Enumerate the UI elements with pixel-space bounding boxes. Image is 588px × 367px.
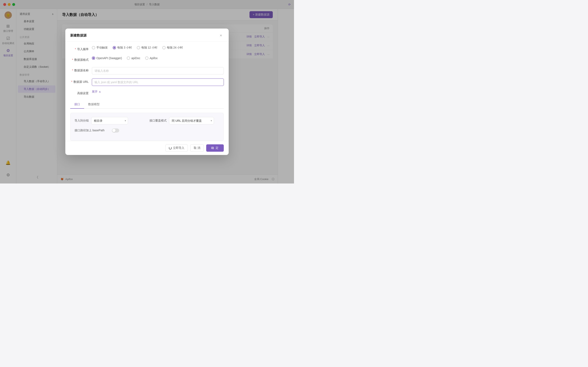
form-row-url: * 数据源 URL: [70, 78, 224, 86]
advanced-toggle-label: 展开: [92, 90, 98, 94]
freq-3h-radio[interactable]: [113, 46, 116, 49]
freq-3h[interactable]: 每隔 3 小时: [113, 46, 132, 50]
format-control: OpenAPI (Swagger) apiDoc Apifox: [92, 57, 224, 60]
freq-24h[interactable]: 每隔 24 小时: [162, 46, 183, 50]
base-path-toggle[interactable]: [112, 128, 119, 133]
data-name-input[interactable]: [92, 67, 224, 75]
form-row-format: * 数据源格式 OpenAPI (Swagger) apiDoc: [70, 57, 224, 63]
frequency-control: 手动触发 每隔 3 小时 每隔 12 小时 每隔 24 小时: [92, 46, 224, 50]
modal: 新建数据源 × * 导入频率 手动触发: [65, 29, 229, 155]
fmt-apifox-label: Apifox: [150, 57, 158, 60]
confirm-button[interactable]: 确 定: [206, 144, 224, 152]
url-control: [92, 78, 224, 86]
import-group-select-wrapper: 根目录: [91, 117, 128, 124]
cover-mode-label: 接口覆盖模式: [149, 119, 167, 123]
format-label: * 数据源格式: [70, 57, 89, 63]
format-required-star: *: [72, 58, 73, 61]
name-control: [92, 67, 224, 75]
tab-content-interface: 导入到分组 根目录 接口覆盖模式 同 URL 且同分组才覆盖: [70, 113, 224, 141]
import-now-label: 立即导入: [173, 146, 184, 150]
form-row-name: * 数据源名称: [70, 67, 224, 75]
url-label: * 数据源 URL: [70, 78, 89, 85]
freq-manual-label: 手动触发: [96, 46, 108, 50]
import-group-field: 导入到分组 根目录: [75, 117, 145, 124]
fmt-apifox-radio[interactable]: [145, 57, 148, 60]
form-row-frequency: * 导入频率 手动触发 每隔 3 小时: [70, 46, 224, 52]
freq-24h-label: 每隔 24 小时: [167, 46, 183, 50]
url-required-star: *: [71, 80, 72, 83]
freq-3h-label: 每隔 3 小时: [117, 46, 132, 50]
modal-footer: 立即导入 取 消 确 定: [65, 141, 229, 155]
cancel-button[interactable]: 取 消: [190, 144, 204, 152]
fmt-swagger-label: OpenAPI (Swagger): [96, 57, 122, 60]
frequency-radio-group: 手动触发 每隔 3 小时 每隔 12 小时 每隔 24 小时: [92, 46, 183, 50]
advanced-label: 高级设置: [70, 90, 89, 96]
cover-mode-field: 接口覆盖模式 同 URL 且同分组才覆盖: [149, 117, 219, 124]
freq-12h-label: 每隔 12 小时: [141, 46, 157, 50]
refresh-icon: [169, 147, 172, 150]
freq-12h[interactable]: 每隔 12 小时: [137, 46, 157, 50]
format-radio-group: OpenAPI (Swagger) apiDoc Apifox: [92, 57, 158, 60]
form-row-advanced: 高级设置 展开 ∧: [70, 90, 224, 96]
fmt-swagger-radio[interactable]: [92, 57, 95, 60]
modal-tabs: 接口 数据模型: [70, 100, 224, 109]
cover-mode-select-wrapper: 同 URL 且同分组才覆盖: [169, 117, 214, 124]
name-required-star: *: [72, 69, 73, 72]
frequency-required-star: *: [75, 48, 76, 51]
tab-content-row-1: 导入到分组 根目录 接口覆盖模式 同 URL 且同分组才覆盖: [75, 117, 219, 124]
fmt-apidoc-label: apiDoc: [131, 57, 140, 60]
fmt-apidoc-radio[interactable]: [127, 57, 130, 60]
freq-manual-radio[interactable]: [92, 46, 95, 49]
modal-close-button[interactable]: ×: [218, 33, 224, 38]
fmt-apidoc[interactable]: apiDoc: [127, 57, 140, 60]
freq-manual[interactable]: 手动触发: [92, 46, 108, 50]
modal-header: 新建数据源 ×: [65, 29, 229, 42]
tab-content-row-2: 接口路径加上 basePath: [75, 128, 219, 133]
tab-interface[interactable]: 接口: [70, 100, 84, 109]
import-now-button[interactable]: 立即导入: [165, 144, 188, 152]
data-url-input[interactable]: [92, 78, 224, 86]
cover-mode-select[interactable]: 同 URL 且同分组才覆盖: [169, 117, 214, 124]
base-path-label: 接口路径加上 basePath: [75, 129, 104, 132]
modal-overlay: 新建数据源 × * 导入频率 手动触发: [0, 0, 294, 184]
fmt-swagger[interactable]: OpenAPI (Swagger): [92, 57, 122, 60]
advanced-toggle-button[interactable]: 展开 ∧: [92, 90, 101, 94]
fmt-apifox[interactable]: Apifox: [145, 57, 158, 60]
modal-title: 新建数据源: [70, 33, 86, 38]
advanced-control: 展开 ∧: [92, 90, 224, 94]
freq-12h-radio[interactable]: [137, 46, 140, 49]
import-group-select[interactable]: 根目录: [91, 117, 128, 124]
tab-data-model[interactable]: 数据模型: [84, 100, 104, 109]
frequency-label: * 导入频率: [70, 46, 89, 52]
advanced-toggle-icon: ∧: [99, 90, 101, 93]
freq-24h-radio[interactable]: [162, 46, 165, 49]
import-group-label: 导入到分组: [75, 119, 89, 123]
modal-body: * 导入频率 手动触发 每隔 3 小时: [65, 42, 229, 141]
name-label: * 数据源名称: [70, 67, 89, 74]
